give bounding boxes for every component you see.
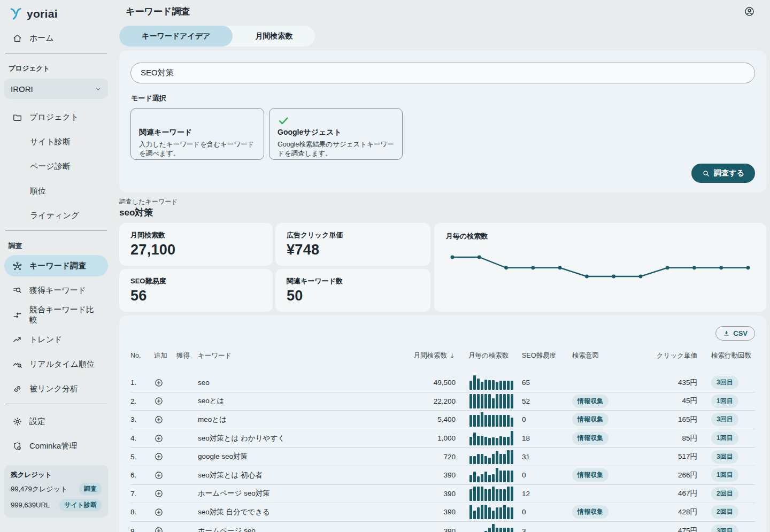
keyword-cell: seo xyxy=(198,379,404,387)
search-submit-button[interactable]: 調査する xyxy=(691,164,755,183)
table-header: No. 追加 獲得 キーワード 月間検索数 月毎の検索数 SEO難易度 検索意図… xyxy=(130,349,755,362)
mode-desc: Google検索結果のサジェストキーワードを調査します。 xyxy=(278,140,394,158)
credit-title: 残クレジット xyxy=(11,471,102,480)
project-select[interactable]: IRORI xyxy=(4,79,108,99)
tab-group: キーワードアイデア 月間検索数 xyxy=(119,26,315,47)
sidebar-item-home[interactable]: ホーム xyxy=(4,27,108,49)
sidebar-item-label: トレンド xyxy=(29,335,62,345)
project-select-value: IRORI xyxy=(11,84,33,94)
table-row: 7. ホームページ seo対策 390 12 467円 2回目 xyxy=(130,485,755,504)
sidebar-item-cominka-admin[interactable]: Cominka管理 xyxy=(4,435,108,457)
chart-title: 月毎の検索数 xyxy=(446,232,754,241)
sidebar-item-label: 設定 xyxy=(29,417,45,427)
add-keyword-button[interactable] xyxy=(154,452,164,461)
mode-select-label: モード選択 xyxy=(131,94,754,103)
keyword-cell: ホームページ seo xyxy=(198,526,404,532)
sidebar-item-competitor-compare[interactable]: 競合キーワード比較 xyxy=(4,304,108,326)
link-icon xyxy=(12,384,22,394)
check-slot xyxy=(139,115,256,128)
mode-title: 関連キーワード xyxy=(139,128,256,137)
col-volume-sort[interactable]: 月間検索数 xyxy=(404,351,462,360)
page-title: キーワード調査 xyxy=(126,5,190,18)
sidebar-item-writing[interactable]: ライティング xyxy=(4,205,108,226)
col-acquired: 獲得 xyxy=(176,351,198,360)
add-keyword-button[interactable] xyxy=(154,489,164,498)
table-row: 6. seo対策とは 初心者 390 0 情報収集 266円 1回目 xyxy=(130,466,755,485)
sidebar-item-rank[interactable]: 順位 xyxy=(4,180,108,202)
logo-link[interactable]: yoriai xyxy=(4,5,108,27)
sidebar-divider xyxy=(5,404,107,404)
keyword-cell: seo対策 自分でできる xyxy=(198,507,404,517)
add-keyword-button[interactable] xyxy=(154,378,164,388)
add-keyword-button[interactable] xyxy=(154,415,164,425)
monthly-mini-bar-chart xyxy=(469,505,513,519)
col-monthly-bars: 月毎の検索数 xyxy=(462,351,515,360)
csv-export-button[interactable]: CSV xyxy=(715,326,755,341)
research-section-label: 調査 xyxy=(4,237,108,255)
sidebar-item-settings[interactable]: 設定 xyxy=(4,411,108,432)
search-count-badge: 1回目 xyxy=(711,431,738,445)
table-row: 8. seo対策 自分でできる 390 0 情報収集 428円 2回目 xyxy=(130,503,755,522)
home-icon xyxy=(12,33,22,43)
stat-card-related-count: 関連キーワード数 50 xyxy=(275,269,430,312)
sidebar-item-acquired-keywords[interactable]: 獲得キーワード xyxy=(4,280,108,301)
credit-box: 残クレジット 99,479クレジット 調査 999,639URL サイト診断 xyxy=(4,465,108,518)
trend-up-icon xyxy=(12,335,22,345)
add-keyword-button[interactable] xyxy=(154,434,164,443)
tab-keyword-ideas[interactable]: キーワードアイデア xyxy=(119,26,233,47)
download-icon xyxy=(723,330,730,337)
intent-badge: 情報収集 xyxy=(572,395,609,408)
col-no: No. xyxy=(130,352,154,359)
sidebar-item-site-diagnosis[interactable]: サイト診断 xyxy=(4,131,108,152)
account-icon[interactable] xyxy=(744,6,755,17)
credit-value: 99,479クレジット xyxy=(11,484,67,494)
tab-monthly-volume[interactable]: 月間検索数 xyxy=(233,26,315,47)
compare-arrows-icon xyxy=(12,310,22,320)
intent-badge: 情報収集 xyxy=(572,431,609,445)
search-count-badge: 3回目 xyxy=(711,376,738,389)
mode-title: Googleサジェスト xyxy=(278,128,394,137)
add-keyword-button[interactable] xyxy=(154,526,164,532)
chart-search-icon xyxy=(12,359,22,369)
monthly-search-chart-card: 月毎の検索数 xyxy=(434,223,766,312)
intent-badge: 情報収集 xyxy=(572,413,609,426)
search-count-badge: 3回目 xyxy=(711,525,738,532)
intent-badge: 情報収集 xyxy=(572,468,609,482)
gear-icon xyxy=(12,417,22,427)
monthly-mini-bar-chart xyxy=(469,394,513,408)
monthly-mini-bar-chart xyxy=(469,450,513,464)
sidebar-item-backlink-analysis[interactable]: 被リンク分析 xyxy=(4,378,108,399)
sidebar-item-label: ホーム xyxy=(29,33,54,43)
search-count-badge: 1回目 xyxy=(711,395,738,408)
keyword-input[interactable] xyxy=(130,63,755,83)
col-search-count: 検索行動回数 xyxy=(704,351,755,360)
search-count-badge: 3回目 xyxy=(711,413,738,426)
monthly-mini-bar-chart xyxy=(469,524,513,532)
keyword-cell: seo対策とは 初心者 xyxy=(198,471,404,480)
sidebar-item-keyword-research[interactable]: キーワード調査 xyxy=(4,255,108,276)
add-keyword-button[interactable] xyxy=(154,396,164,406)
result-keyword: seo対策 xyxy=(119,206,153,219)
mode-card-related-keywords[interactable]: 関連キーワード 入力したキーワードを含むキーワードを調べます。 xyxy=(130,108,264,160)
col-cpc: クリック単価 xyxy=(650,351,704,360)
credit-badge: サイト診断 xyxy=(59,499,102,511)
result-label: 調査したキーワード xyxy=(119,197,178,206)
sidebar-item-project[interactable]: プロジェクト xyxy=(4,106,108,128)
mode-desc: 入力したキーワードを含むキーワードを調べます。 xyxy=(139,140,256,158)
mode-card-google-suggest[interactable]: Googleサジェスト Google検索結果のサジェストキーワードを調査します。 xyxy=(269,108,403,160)
col-keyword: キーワード xyxy=(198,351,404,360)
add-keyword-button[interactable] xyxy=(154,507,164,517)
sidebar-item-label: 競合キーワード比較 xyxy=(29,305,100,325)
sidebar-item-page-diagnosis[interactable]: ページ診断 xyxy=(4,156,108,177)
add-keyword-button[interactable] xyxy=(154,471,164,480)
col-add: 追加 xyxy=(154,351,176,360)
sidebar-item-trend[interactable]: トレンド xyxy=(4,329,108,350)
shield-admin-icon xyxy=(12,441,22,451)
keyword-hub-icon xyxy=(12,261,22,271)
mode-cards: 関連キーワード 入力したキーワードを含むキーワードを調べます。 Googleサジ… xyxy=(130,108,755,160)
monthly-mini-bar-chart xyxy=(469,431,513,445)
list-search-icon xyxy=(12,286,22,296)
sidebar-item-realtime-rank[interactable]: リアルタイム順位 xyxy=(4,353,108,375)
brand-name: yoriai xyxy=(27,7,58,20)
table-row: 4. seo対策とは わかりやすく 1,000 18 情報収集 85円 1回目 xyxy=(130,429,755,448)
